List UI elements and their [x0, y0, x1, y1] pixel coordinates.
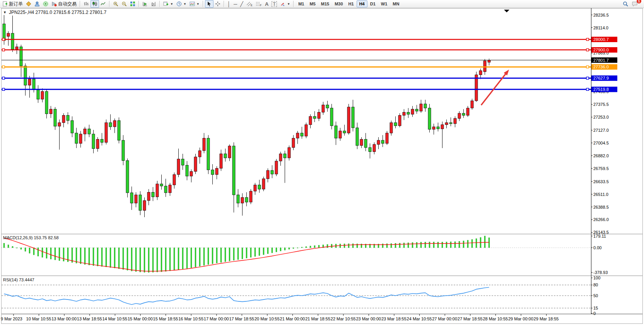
line-handle[interactable]	[2, 38, 5, 41]
line-handle[interactable]	[586, 77, 589, 79]
line-handle[interactable]	[586, 88, 589, 90]
vertical-line-tool-button[interactable]: │	[226, 0, 232, 8]
macd-histogram-bar	[229, 248, 230, 261]
toolbar: 新订单 自动交易 ▼ ▼	[0, 0, 644, 8]
macd-histogram-bar	[140, 248, 141, 272]
macd-histogram-bar	[433, 242, 434, 248]
price-badge-label: 27736.0	[593, 65, 609, 69]
chart-shift-button[interactable]	[149, 0, 158, 8]
line-handle[interactable]	[586, 49, 589, 51]
timeframe-mn-button[interactable]: MN	[390, 0, 402, 7]
macd-histogram-bar	[255, 248, 256, 257]
indicators-button[interactable]: ▼	[188, 0, 201, 8]
candle	[275, 159, 278, 176]
text-tool-button[interactable]: A	[263, 0, 270, 8]
macd-histogram-bar	[165, 248, 166, 271]
new-order-button[interactable]: 新订单	[1, 0, 24, 8]
macd-histogram-bar	[42, 248, 43, 257]
macd-histogram-bar	[106, 248, 107, 267]
macd-histogram-bar	[408, 243, 409, 248]
timeframe-m30-button[interactable]: M30	[332, 0, 345, 7]
macd-histogram-bar	[148, 248, 149, 272]
line-chart-button[interactable]	[99, 0, 108, 8]
macd-histogram-bar	[63, 248, 64, 261]
line-handle[interactable]	[586, 66, 589, 68]
auto-trading-button[interactable]: 自动交易	[50, 0, 78, 8]
new-chart-button[interactable]: ▼	[162, 0, 175, 8]
zoom-out-button[interactable]	[120, 0, 128, 8]
macd-histogram-bar	[242, 248, 243, 259]
macd-histogram-bar	[246, 248, 247, 258]
search-button[interactable]	[621, 0, 630, 8]
macd-histogram-bar	[59, 248, 60, 260]
macd-histogram-bar	[412, 242, 413, 248]
candle	[398, 113, 401, 127]
macd-histogram-bar	[263, 248, 264, 255]
cursor-tool-button[interactable]	[205, 0, 214, 8]
indicators-icon	[190, 1, 195, 7]
macd-histogram-bar	[467, 240, 468, 248]
macd-histogram-bar	[476, 238, 477, 248]
line-handle[interactable]	[2, 88, 5, 90]
candle	[305, 123, 307, 138]
chart-background	[0, 8, 644, 325]
macd-histogram-bar	[297, 248, 298, 248]
arrows-tool-button[interactable]: ▼	[278, 0, 292, 8]
line-handle[interactable]	[2, 49, 5, 51]
timeframe-m1-button[interactable]: M1	[296, 0, 307, 7]
rsi-axis-label: 0	[593, 311, 596, 316]
market-button[interactable]	[33, 0, 41, 8]
line-handle[interactable]	[586, 38, 589, 41]
macd-histogram-bar	[80, 248, 81, 264]
fibonacci-icon: F	[256, 1, 262, 7]
tile-windows-button[interactable]	[128, 0, 137, 8]
fibonacci-tool-button[interactable]: F	[254, 0, 263, 8]
horizontal-line-icon: ─	[234, 2, 237, 7]
macd-histogram-bar	[135, 248, 137, 272]
timeframe-m15-button[interactable]: M15	[318, 0, 332, 7]
macd-histogram-bar	[425, 242, 426, 248]
macd-histogram-bar	[25, 248, 26, 251]
time-axis-label: 29 Mar 18:55	[534, 316, 559, 321]
timeframe-h4-button[interactable]: H4	[357, 0, 367, 7]
timeframe-h1-button[interactable]: H1	[346, 0, 357, 7]
time-axis-label: 17 Mar 00:00	[204, 316, 229, 321]
line-handle[interactable]	[2, 77, 5, 79]
horizontal-line-tool-button[interactable]: ─	[232, 0, 239, 8]
macd-histogram-bar	[195, 248, 196, 267]
macd-histogram-bar	[220, 248, 222, 262]
periodicity-button[interactable]: ▼	[175, 0, 188, 8]
timeframe-m5-button[interactable]: M5	[307, 0, 318, 7]
macd-histogram-bar	[161, 248, 162, 272]
text-label-tool-button[interactable]: T	[270, 0, 278, 8]
timeframe-w1-button[interactable]: W1	[378, 0, 390, 7]
chevron-down-icon: ▼	[196, 2, 200, 6]
zoom-in-button[interactable]	[111, 0, 120, 8]
price-badge-label: 27627.9	[593, 76, 609, 80]
line-handle[interactable]	[2, 66, 5, 68]
macd-histogram-bar	[216, 248, 217, 263]
time-axis-label: 16 Mar 10:55	[178, 316, 203, 321]
candle	[475, 72, 478, 102]
macd-histogram-bar	[212, 248, 213, 264]
notifications-button[interactable]: 1	[630, 0, 639, 8]
bar-chart-button[interactable]	[82, 0, 91, 8]
one-click-dropdown-icon[interactable]: ▼	[3, 10, 7, 14]
macd-histogram-bar	[157, 248, 158, 272]
auto-scroll-button[interactable]	[141, 0, 149, 8]
candle	[207, 135, 210, 174]
candlestick-chart-button[interactable]	[91, 0, 99, 8]
candle	[118, 117, 120, 143]
crosshair-tool-button[interactable]	[214, 0, 222, 8]
signals-button[interactable]	[41, 0, 50, 8]
text-label-icon: T	[272, 1, 277, 7]
price-axis-label: 27004.5	[593, 141, 609, 145]
metaeditor-button[interactable]	[24, 0, 33, 8]
macd-histogram-bar	[471, 240, 473, 248]
macd-histogram-bar	[33, 248, 34, 255]
trendline-tool-button[interactable]: ╱	[239, 0, 245, 8]
price-axis-label: 26511.0	[593, 192, 608, 197]
auto-scroll-icon	[142, 1, 148, 7]
channel-tool-button[interactable]: E	[245, 0, 254, 8]
timeframe-d1-button[interactable]: D1	[367, 0, 378, 7]
